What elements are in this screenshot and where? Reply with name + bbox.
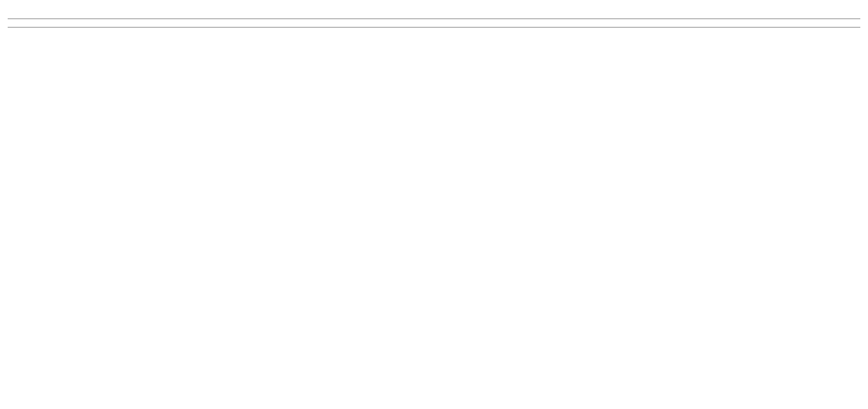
divider-bottom bbox=[8, 27, 860, 28]
divider-top bbox=[8, 18, 860, 19]
